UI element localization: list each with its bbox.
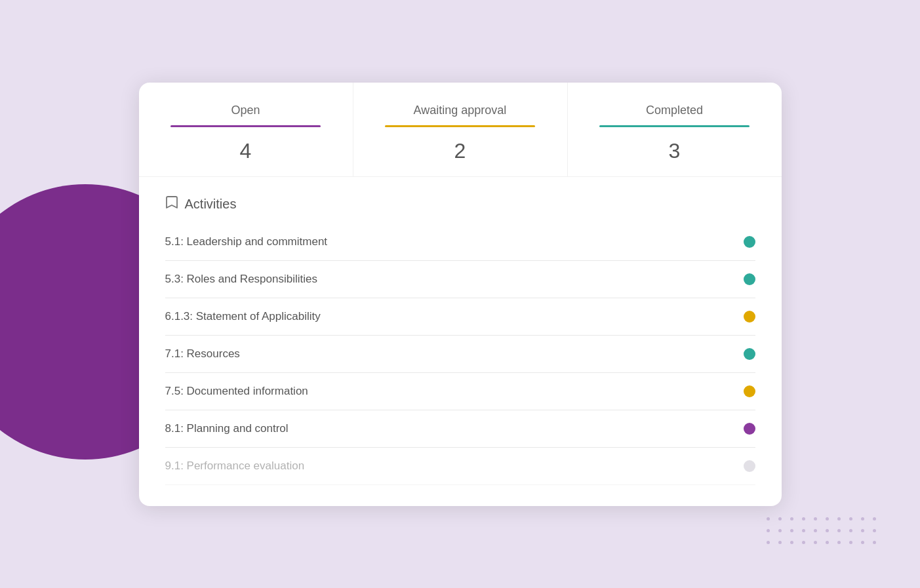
stat-awaiting-underline bbox=[385, 125, 535, 127]
stat-open-underline bbox=[170, 125, 321, 127]
activity-row[interactable]: 5.1: Leadership and commitment bbox=[165, 224, 755, 261]
activity-name: 7.1: Resources bbox=[165, 347, 240, 361]
activity-list: 5.1: Leadership and commitment5.3: Roles… bbox=[165, 224, 755, 485]
section-heading: Activities bbox=[165, 195, 755, 213]
activity-name: 6.1.3: Statement of Applicability bbox=[165, 310, 321, 323]
stat-completed-count: 3 bbox=[581, 139, 769, 163]
activity-name: 5.1: Leadership and commitment bbox=[165, 235, 328, 248]
stat-open-count: 4 bbox=[152, 139, 340, 163]
status-dot bbox=[744, 423, 755, 435]
activity-row[interactable]: 9.1: Performance evaluation bbox=[165, 448, 755, 485]
stats-row: Open 4 Awaiting approval 2 Completed 3 bbox=[139, 83, 782, 177]
activity-row[interactable]: 8.1: Planning and control bbox=[165, 410, 755, 448]
activity-row[interactable]: 6.1.3: Statement of Applicability bbox=[165, 298, 755, 336]
activity-row[interactable]: 7.5: Documented information bbox=[165, 373, 755, 410]
stat-open-label: Open bbox=[152, 104, 340, 117]
stat-awaiting-label: Awaiting approval bbox=[367, 104, 554, 117]
status-dot bbox=[744, 273, 755, 285]
stat-awaiting-count: 2 bbox=[367, 139, 554, 163]
status-dot bbox=[744, 311, 755, 323]
bookmark-icon bbox=[165, 195, 178, 213]
stat-open: Open 4 bbox=[139, 83, 353, 176]
status-dot bbox=[744, 236, 755, 248]
stat-completed-label: Completed bbox=[581, 104, 769, 117]
status-dot bbox=[744, 385, 755, 397]
stat-completed-underline bbox=[599, 125, 750, 127]
status-dot bbox=[744, 460, 755, 472]
section-title: Activities bbox=[185, 197, 237, 212]
activity-row[interactable]: 7.1: Resources bbox=[165, 336, 755, 373]
activity-row[interactable]: 5.3: Roles and Responsibilities bbox=[165, 261, 755, 298]
stat-awaiting: Awaiting approval 2 bbox=[353, 83, 568, 176]
activity-name: 7.5: Documented information bbox=[165, 385, 308, 398]
main-card: Open 4 Awaiting approval 2 Completed 3 A… bbox=[139, 83, 782, 506]
status-dot bbox=[744, 348, 755, 360]
stat-completed: Completed 3 bbox=[568, 83, 782, 176]
activity-name: 9.1: Performance evaluation bbox=[165, 460, 305, 473]
decorative-dots bbox=[767, 517, 881, 549]
activity-name: 8.1: Planning and control bbox=[165, 422, 289, 435]
activities-section: Activities 5.1: Leadership and commitmen… bbox=[139, 177, 782, 485]
activity-name: 5.3: Roles and Responsibilities bbox=[165, 273, 317, 286]
